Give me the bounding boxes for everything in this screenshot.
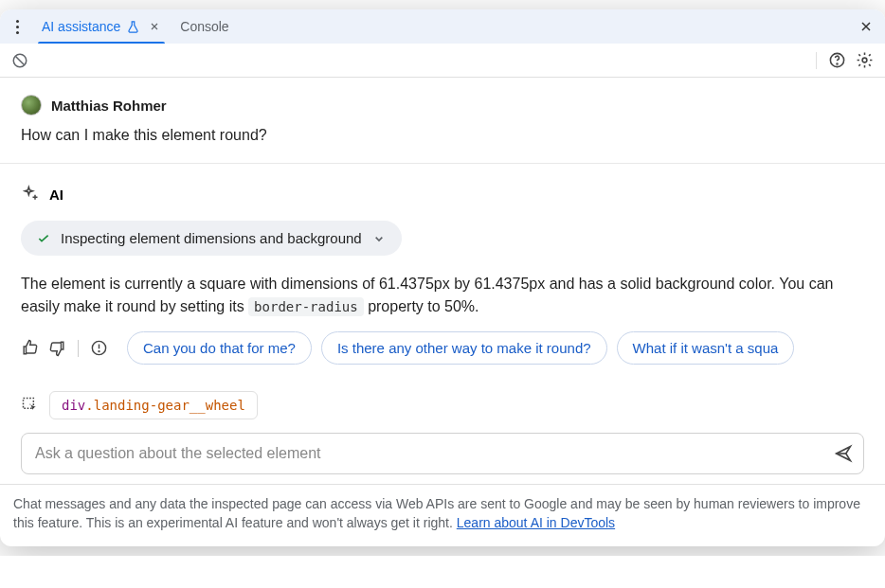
user-message: How can I make this element round? — [21, 127, 864, 144]
footer-link[interactable]: Learn about AI in DevTools — [457, 515, 615, 530]
selected-element-chip[interactable]: div.landing-gear__wheel — [49, 391, 258, 419]
inspect-status-pill[interactable]: Inspecting element dimensions and backgr… — [21, 221, 402, 256]
thumbs-up-icon[interactable] — [21, 339, 39, 357]
user-name: Matthias Rohmer — [51, 98, 167, 114]
more-menu-icon[interactable] — [8, 20, 27, 34]
tab-console[interactable]: Console — [171, 9, 238, 44]
close-tab-icon[interactable] — [148, 20, 161, 33]
selected-element-row: div.landing-gear__wheel — [21, 391, 864, 419]
svg-point-2 — [837, 63, 838, 64]
unavailable-icon[interactable] — [11, 52, 28, 69]
element-tag: div — [62, 398, 85, 413]
tab-ai-assistance[interactable]: AI assistance — [32, 9, 171, 44]
element-picker-icon[interactable] — [21, 396, 40, 415]
footer-text: Chat messages and any data the inspected… — [13, 496, 860, 530]
footer-disclaimer: Chat messages and any data the inspected… — [0, 484, 885, 546]
tab-bar: AI assistance Console — [0, 9, 885, 44]
tab-label: Console — [180, 19, 228, 34]
experiment-icon — [126, 20, 140, 34]
panel-toolbar — [0, 44, 885, 78]
thumbs-down-icon[interactable] — [48, 339, 66, 357]
send-icon[interactable] — [833, 443, 854, 464]
prompt-input-row — [21, 433, 864, 474]
ai-response-text-after: property to 50%. — [364, 298, 479, 314]
inspect-status-text: Inspecting element dimensions and backgr… — [61, 230, 362, 246]
chevron-down-icon — [371, 231, 387, 246]
tab-label: AI assistance — [42, 19, 120, 34]
help-icon[interactable] — [828, 51, 846, 69]
report-icon[interactable] — [90, 339, 108, 357]
ai-response: The element is currently a square with d… — [21, 273, 864, 318]
user-header: Matthias Rohmer — [21, 95, 864, 116]
suggestion-chip[interactable]: Can you do that for me? — [127, 331, 312, 365]
suggestion-chips: Can you do that for me? Is there any oth… — [127, 331, 864, 365]
ai-header: AI — [21, 185, 864, 204]
avatar — [21, 95, 42, 116]
prompt-input[interactable] — [35, 445, 833, 462]
ai-label: AI — [49, 187, 63, 203]
check-icon — [36, 231, 51, 246]
feedback-row: Can you do that for me? Is there any oth… — [21, 331, 864, 365]
conversation-area: Matthias Rohmer How can I make this elem… — [0, 78, 885, 474]
devtools-panel: AI assistance Console — [0, 9, 885, 546]
element-class: .landing-gear__wheel — [85, 398, 245, 413]
svg-point-5 — [99, 351, 99, 352]
sparkle-icon — [21, 185, 40, 204]
gear-icon[interactable] — [856, 51, 874, 69]
suggestion-chip[interactable]: What if it wasn't a squa — [617, 331, 795, 365]
svg-point-3 — [862, 58, 867, 62]
code-snippet: border-radius — [248, 297, 364, 316]
divider — [0, 163, 885, 164]
divider — [78, 340, 79, 357]
suggestion-chip[interactable]: Is there any other way to make it round? — [321, 331, 607, 365]
close-panel-icon[interactable] — [855, 15, 877, 38]
